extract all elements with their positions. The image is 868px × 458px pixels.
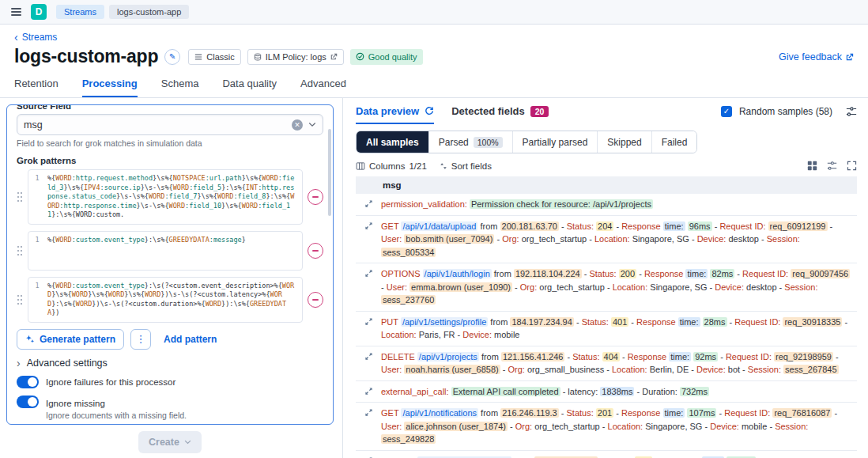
elastic-logo[interactable]: D: [31, 4, 47, 20]
drag-handle-icon[interactable]: [17, 191, 23, 203]
app-root: D Streams logs-custom-app ‹ Streams logs…: [0, 0, 868, 458]
give-feedback-link[interactable]: Give feedback: [779, 51, 854, 62]
tab-detected-fields[interactable]: Detected fields 20: [451, 105, 549, 124]
filter-skipped[interactable]: Skipped: [598, 131, 651, 153]
expand-row-icon[interactable]: [356, 407, 381, 446]
line-number: 1: [28, 170, 46, 224]
breadcrumb: Streams logs-custom-app: [56, 5, 189, 19]
breadcrumb-current[interactable]: logs-custom-app: [109, 5, 189, 19]
menu-icon[interactable]: [11, 6, 21, 18]
clear-field-icon[interactable]: ✕: [292, 119, 303, 131]
external-link-icon: [846, 53, 854, 61]
page-header: logs-custom-app ✎ Classic ILM Policy: lo…: [0, 44, 868, 67]
log-message: OPTIONS /api/v1/auth/login from 192.118.…: [381, 267, 855, 307]
check-circle-icon: [356, 52, 364, 61]
table-row: OPTIONS /api/v1/auth/login from 192.118.…: [356, 263, 857, 312]
table-row: external_api_call: External API call com…: [356, 381, 857, 403]
log-message: external_api_call: External API call com…: [381, 385, 855, 399]
row-height-icon[interactable]: [827, 161, 837, 171]
quality-badge-label: Good quality: [368, 52, 417, 62]
sort-fields-selector[interactable]: Sort fields: [440, 161, 492, 171]
detected-fields-count-badge: 20: [530, 106, 549, 117]
log-message: GET /api/v1/notifications from 216.246.1…: [381, 407, 855, 446]
drag-handle-icon[interactable]: [17, 245, 23, 256]
sample-filters: All samples Parsed 100% Partially parsed…: [356, 131, 697, 153]
grok-pattern-row: 1 %{WORD:custom.event_type}:\s(?<custom.…: [17, 277, 323, 323]
tab-retention[interactable]: Retention: [14, 78, 58, 97]
remove-pattern-button[interactable]: [308, 292, 323, 308]
filter-label: All samples: [366, 137, 419, 148]
grok-pattern-row: 1 %{WORD:custom.event_type}:\s%{GREEDYDA…: [17, 231, 323, 271]
tab-schema[interactable]: Schema: [161, 78, 199, 97]
ignore-missing-toggle[interactable]: [17, 396, 39, 408]
top-navigation-bar: D Streams logs-custom-app: [0, 0, 868, 25]
grid-toolbar-right: [807, 161, 857, 171]
advanced-settings-accordion[interactable]: › Advanced settings: [17, 358, 323, 369]
pattern-code-editor[interactable]: 1 %{WORD:custom.event_type}:\s%{GREEDYDA…: [28, 231, 303, 271]
filter-label: Skipped: [607, 137, 641, 148]
ignore-missing-label: Ignore missing: [46, 399, 105, 408]
random-samples-checkbox[interactable]: ✓: [721, 106, 732, 117]
ignore-failures-toggle[interactable]: [17, 376, 39, 388]
table-row: permission_validation: Permission check …: [356, 194, 857, 216]
filter-failed[interactable]: Failed: [652, 131, 697, 153]
pattern-code-editor[interactable]: 1 %{WORD:http.request.method}\s%{NOTSPAC…: [28, 169, 303, 225]
generate-pattern-button[interactable]: Generate pattern: [17, 329, 124, 350]
breadcrumb-streams[interactable]: Streams: [56, 5, 104, 19]
tab-data-preview[interactable]: Data preview: [356, 105, 434, 124]
ignore-failures-toggle-row: Ignore failures for this processor: [17, 376, 323, 388]
expand-row-icon[interactable]: [356, 198, 381, 211]
edit-title-icon[interactable]: ✎: [164, 49, 180, 65]
remove-pattern-button[interactable]: [308, 243, 323, 259]
grok-pattern-code[interactable]: %{WORD:custom.event_type}:\s(?<custom.ev…: [46, 278, 302, 322]
tab-processing[interactable]: Processing: [82, 78, 138, 97]
ignore-failures-label: Ignore failures for this processor: [46, 376, 175, 388]
source-field-input[interactable]: msg ✕: [17, 114, 323, 135]
expand-row-icon[interactable]: [356, 316, 381, 342]
expand-row-icon[interactable]: [356, 385, 381, 399]
filter-label: Parsed: [439, 137, 469, 148]
source-field-help: Field to search for grok matches in simu…: [17, 138, 323, 148]
tab-data-quality[interactable]: Data quality: [222, 78, 277, 97]
expand-row-icon[interactable]: [356, 267, 381, 307]
expand-row-icon[interactable]: [356, 220, 381, 259]
drag-handle-icon[interactable]: [17, 294, 23, 305]
feedback-label: Give feedback: [779, 51, 842, 62]
generate-pattern-label: Generate pattern: [40, 334, 115, 345]
table-row: GET /api/v1/notifications from 216.246.1…: [356, 403, 857, 451]
classic-badge: Classic: [188, 49, 240, 65]
filter-parsed[interactable]: Parsed 100%: [429, 131, 513, 153]
ilm-policy-badge[interactable]: ILM Policy: logs: [247, 49, 344, 65]
table-header[interactable]: msg: [356, 176, 857, 194]
panel-scrollbar[interactable]: [328, 129, 331, 216]
columns-selector[interactable]: Columns 1/21: [356, 161, 427, 171]
chevron-down-icon[interactable]: [308, 122, 316, 127]
expand-row-icon[interactable]: [356, 350, 381, 377]
sliders-icon[interactable]: [846, 106, 857, 117]
source-field-value: msg: [24, 119, 286, 131]
more-options-button[interactable]: ⋮: [130, 329, 151, 350]
filter-partially-parsed[interactable]: Partially parsed: [513, 131, 598, 153]
remove-pattern-button[interactable]: [308, 189, 323, 205]
source-field-label: Source Field: [17, 104, 323, 111]
fullscreen-icon[interactable]: [847, 161, 857, 171]
preview-controls: ✓ Random samples (58): [721, 106, 857, 124]
grok-pattern-row: 1 %{WORD:http.request.method}\s%{NOTSPAC…: [17, 169, 323, 225]
filter-label: Failed: [662, 137, 688, 148]
quality-badge[interactable]: Good quality: [350, 49, 423, 65]
create-button[interactable]: Create: [138, 431, 202, 453]
display-options-icon[interactable]: [807, 161, 817, 171]
grok-pattern-code[interactable]: %{WORD:http.request.method}\s%{NOTSPACE:…: [46, 170, 302, 224]
tab-advanced[interactable]: Advanced: [300, 78, 346, 97]
refresh-icon[interactable]: [425, 107, 434, 116]
ignore-missing-toggle-row: Ignore missing Ignore documents with a m…: [17, 396, 323, 420]
filter-all-samples[interactable]: All samples: [357, 131, 429, 153]
expand-row-icon[interactable]: [356, 455, 381, 458]
preview-tabs: Data preview Detected fields 20 ✓ Random…: [356, 105, 857, 124]
grok-pattern-code[interactable]: %{WORD:custom.event_type}:\s%{GREEDYDATA…: [46, 232, 302, 270]
pattern-code-editor[interactable]: 1 %{WORD:custom.event_type}:\s(?<custom.…: [28, 277, 303, 323]
back-to-streams-link[interactable]: ‹ Streams: [14, 32, 57, 43]
external-link-icon: [330, 53, 338, 60]
chevron-right-icon: ›: [17, 359, 21, 367]
add-pattern-link[interactable]: Add pattern: [164, 334, 217, 345]
